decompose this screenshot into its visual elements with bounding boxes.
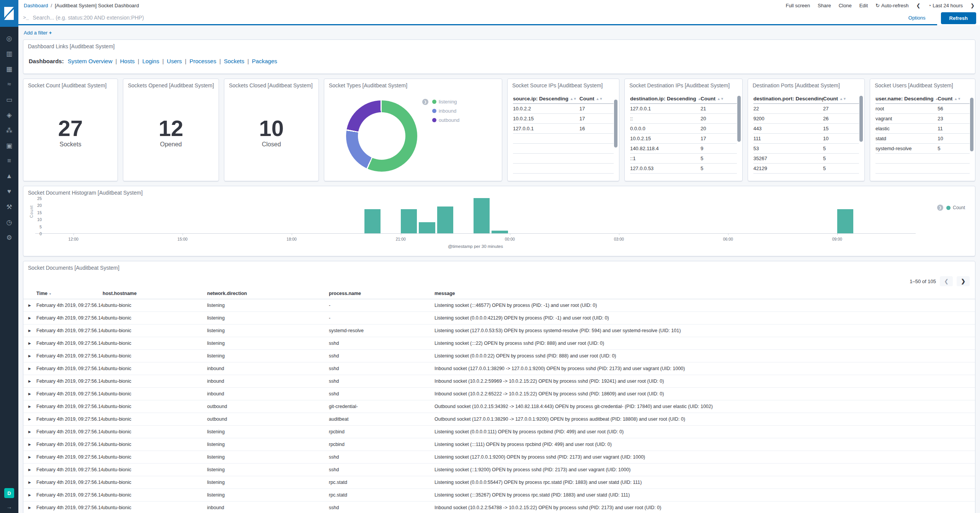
next-page-button[interactable]: ❯ — [957, 276, 970, 286]
collapse-nav-icon[interactable]: → — [7, 503, 12, 510]
column-header-direction[interactable]: network.direction — [207, 291, 329, 296]
expand-row-icon[interactable]: ▶ — [23, 367, 36, 370]
legend-label[interactable]: Count — [953, 205, 965, 210]
legend-item-listening[interactable]: listening — [432, 99, 459, 105]
column-header-destination.port[interactable]: destination.port: Descending▲▼ — [753, 96, 823, 102]
sort-icon[interactable]: ▲▼ — [840, 97, 846, 101]
expand-row-icon[interactable]: ▶ — [23, 417, 36, 421]
sort-icon[interactable]: ▲▼ — [935, 97, 938, 101]
histogram-bar-09:00[interactable] — [837, 209, 854, 233]
bucket-value[interactable]: ::1 — [630, 156, 701, 161]
expand-row-icon[interactable]: ▶ — [23, 303, 36, 307]
expand-row-icon[interactable]: ▶ — [23, 493, 36, 497]
bucket-value[interactable]: 35267 — [753, 156, 823, 161]
column-header-count[interactable]: Count▲▼ — [938, 96, 970, 102]
legend-item-inbound[interactable]: inbound — [432, 108, 459, 114]
column-header-hostname[interactable]: host.hostname — [103, 291, 207, 296]
bucket-value[interactable]: 10.0.2.15 — [513, 116, 580, 121]
bucket-value[interactable]: 127.0.0.53 — [630, 166, 701, 171]
bucket-value[interactable]: 151.101.0.222 — [630, 175, 701, 176]
scrollbar-thumb[interactable] — [970, 98, 973, 151]
bucket-value[interactable]: elastic — [875, 126, 938, 131]
bucket-value[interactable]: 140.82.118.4 — [630, 146, 701, 151]
full-screen-button[interactable]: Full screen — [786, 3, 810, 8]
legend-toggle-icon[interactable]: ❯ — [422, 99, 428, 105]
dashboard-link-logins[interactable]: Logins — [142, 58, 159, 64]
sort-icon[interactable]: ▲▼ — [717, 97, 724, 101]
bucket-value[interactable]: systemd-resolve — [875, 146, 938, 151]
nav-discover-icon[interactable]: ◎ — [0, 31, 18, 46]
query-options-link[interactable]: Options — [908, 15, 926, 21]
nav-machine-learning-icon[interactable]: ⁂ — [0, 123, 18, 138]
bucket-value[interactable]: 22 — [753, 106, 823, 111]
nav-dev-tools-icon[interactable]: ⚒ — [0, 199, 18, 215]
nav-maps-icon[interactable]: ◈ — [0, 107, 18, 123]
scrollbar-thumb[interactable] — [614, 100, 617, 148]
prev-page-button[interactable]: ❮ — [940, 276, 953, 286]
breadcrumb-dashboard-link[interactable]: Dashboard — [24, 3, 48, 8]
bucket-value[interactable]: vagrant — [875, 116, 938, 121]
clone-button[interactable]: Clone — [839, 3, 852, 8]
nav-dashboard-icon[interactable]: ▦ — [0, 61, 18, 77]
time-back-chevron[interactable]: ❮ — [916, 3, 921, 8]
dashboard-link-hosts[interactable]: Hosts — [120, 58, 134, 64]
dashboard-link-users[interactable]: Users — [167, 58, 182, 64]
nav-uptime-icon[interactable]: ♥ — [0, 184, 18, 199]
column-header-destination.ip[interactable]: destination.ip: Descending▲▼ — [630, 96, 701, 102]
column-header-process[interactable]: process.name — [329, 291, 434, 296]
expand-row-icon[interactable]: ▶ — [23, 468, 36, 472]
expand-row-icon[interactable]: ▶ — [23, 455, 36, 459]
nav-canvas-icon[interactable]: ▭ — [0, 92, 18, 107]
refresh-button[interactable]: Refresh — [941, 12, 976, 24]
share-button[interactable]: Share — [818, 3, 831, 8]
bucket-value[interactable]: 42129 — [753, 166, 823, 171]
nav-logs-icon[interactable]: ≡ — [0, 153, 18, 169]
expand-row-icon[interactable]: ▶ — [23, 379, 36, 383]
donut-chart[interactable] — [346, 100, 417, 172]
bucket-value[interactable]: :: — [630, 116, 701, 121]
bucket-value[interactable]: 10.0.2.15 — [630, 136, 701, 141]
column-header-source.ip[interactable]: source.ip: Descending▲▼ — [513, 96, 580, 102]
nav-apm-icon[interactable]: ▲ — [0, 169, 18, 184]
expand-row-icon[interactable]: ▶ — [23, 480, 36, 484]
time-range-picker[interactable]: ◔Last 24 hours — [928, 3, 963, 8]
expand-row-icon[interactable]: ▶ — [23, 316, 36, 320]
expand-row-icon[interactable]: ▶ — [23, 405, 36, 408]
bucket-value[interactable]: root — [875, 106, 938, 111]
sort-icon[interactable]: ▲▼ — [596, 97, 603, 101]
column-header-count[interactable]: Count▲▼ — [701, 96, 737, 102]
nav-visualize-icon[interactable]: ▥ — [0, 46, 18, 61]
bucket-value[interactable]: 10.0.2.2 — [513, 106, 580, 111]
kibana-logo[interactable] — [0, 0, 18, 27]
nav-infrastructure-icon[interactable]: ▣ — [0, 138, 18, 153]
nav-timelion-icon[interactable]: ≈ — [0, 77, 18, 92]
bucket-value[interactable]: 127.0.0.1 — [630, 106, 701, 111]
column-header-count[interactable]: Count▲▼ — [580, 96, 614, 102]
dashboard-link-sockets[interactable]: Sockets — [224, 58, 244, 64]
add-filter-link[interactable]: Add a filter + — [24, 30, 52, 36]
bucket-value[interactable]: 443 — [753, 126, 823, 131]
space-avatar[interactable]: D — [4, 488, 14, 498]
expand-row-icon[interactable]: ▶ — [23, 329, 36, 333]
dashboard-link-system-overview[interactable]: System Overview — [68, 58, 113, 64]
legend-item-outbound[interactable]: outbound — [432, 117, 459, 123]
bucket-value[interactable]: 46577 — [753, 175, 823, 176]
sort-icon[interactable]: ▲▼ — [570, 97, 577, 101]
nav-monitoring-icon[interactable]: ◷ — [0, 215, 18, 230]
dashboard-link-packages[interactable]: Packages — [252, 58, 277, 64]
histogram-bar-23:00[interactable] — [474, 198, 490, 233]
bucket-value[interactable]: 111 — [753, 136, 823, 141]
column-header-user.name[interactable]: user.name: Descending▲▼ — [875, 96, 938, 102]
expand-row-icon[interactable]: ▶ — [23, 341, 36, 345]
bucket-value[interactable]: 127.0.0.1 — [513, 126, 580, 131]
scrollbar[interactable] — [859, 96, 863, 178]
edit-button[interactable]: Edit — [859, 3, 868, 8]
scrollbar[interactable] — [970, 96, 973, 178]
expand-row-icon[interactable]: ▶ — [23, 354, 36, 358]
bucket-value[interactable]: 53 — [753, 146, 823, 151]
scrollbar[interactable] — [614, 96, 617, 178]
sort-icon[interactable]: ▲▼ — [954, 97, 961, 101]
expand-row-icon[interactable]: ▶ — [23, 506, 36, 510]
expand-row-icon[interactable]: ▶ — [23, 430, 36, 434]
auto-refresh-button[interactable]: ↻Auto-refresh — [875, 3, 908, 8]
